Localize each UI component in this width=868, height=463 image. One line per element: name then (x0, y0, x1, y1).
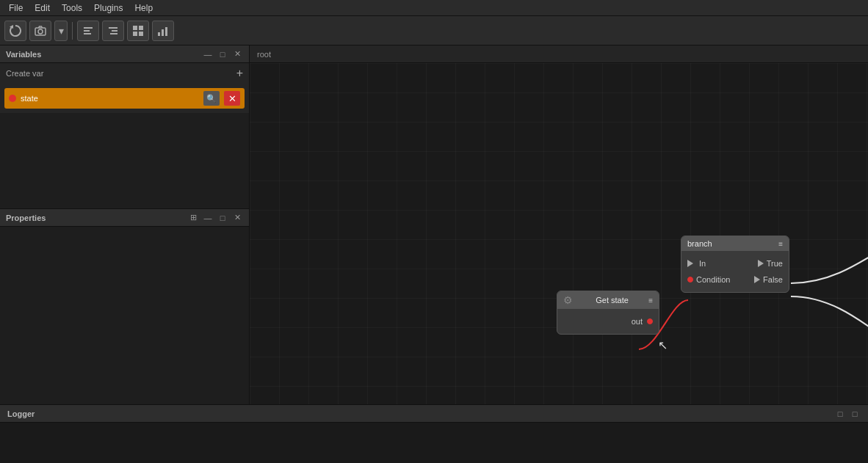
port-cond-dot[interactable] (687, 277, 693, 282)
toolbar-separator-1 (72, 22, 73, 40)
variables-close-btn[interactable]: ✕ (231, 48, 243, 60)
logger-panel: Logger □ □ (0, 404, 868, 463)
variables-section: Variables — □ ✕ Create var + state 🔍 ✕ (0, 45, 249, 209)
menu-help[interactable]: Help (129, 0, 159, 16)
properties-body (0, 227, 249, 404)
svg-rect-13 (158, 32, 160, 36)
svg-rect-15 (165, 27, 167, 36)
menu-tools[interactable]: Tools (56, 0, 88, 16)
menu-edit[interactable]: Edit (29, 0, 56, 16)
branch-true-port: True (758, 259, 783, 268)
svg-rect-10 (139, 26, 143, 30)
canvas-area: root ⚙ Get state ≡ (250, 45, 868, 404)
node-branch-body: In True Condition (681, 251, 789, 292)
node-get-state-out-row: out (557, 313, 659, 329)
logger-header: Logger □ □ (0, 405, 868, 423)
properties-title: Properties (6, 214, 46, 222)
svg-rect-5 (84, 33, 91, 34)
properties-header: Properties ⊞ — □ ✕ (0, 209, 249, 227)
node-get-state-title: Get state (596, 296, 629, 305)
cursor-indicator: ↖ (658, 338, 668, 352)
branch-in-port: In (687, 259, 706, 268)
toolbar-btn-chart[interactable] (152, 21, 174, 41)
toolbar-btn-dropdown[interactable]: ▾ (54, 21, 68, 41)
breadcrumb: root (250, 45, 868, 63)
properties-btn1[interactable]: ⊞ (187, 212, 199, 224)
logger-btn2[interactable]: □ (849, 408, 861, 420)
menu-file[interactable]: File (3, 0, 29, 16)
branch-cond-port: Condition (687, 275, 730, 284)
left-panel: Variables — □ ✕ Create var + state 🔍 ✕ (0, 45, 250, 404)
variables-title: Variables (6, 50, 41, 59)
create-var-button[interactable]: + (236, 68, 243, 79)
variable-item-state[interactable]: state 🔍 ✕ (4, 88, 245, 109)
svg-point-2 (38, 29, 43, 34)
branch-false-label: False (763, 275, 783, 284)
toolbar: ▾ (0, 16, 868, 45)
node-get-state[interactable]: ⚙ Get state ≡ out (557, 291, 659, 335)
svg-rect-12 (139, 32, 143, 36)
exec-in-icon (687, 260, 693, 267)
variables-header-actions: — □ ✕ (202, 48, 243, 60)
node-branch-menu-icon[interactable]: ≡ (778, 240, 783, 248)
main-area: Variables — □ ✕ Create var + state 🔍 ✕ (0, 45, 868, 404)
create-var-row: Create var + (0, 63, 249, 84)
variables-expand-btn[interactable]: □ (217, 48, 228, 60)
node-get-state-body: out (557, 309, 659, 334)
node-get-state-header: ⚙ Get state ≡ (557, 291, 659, 309)
variables-body (0, 113, 249, 208)
properties-section: Properties ⊞ — □ ✕ (0, 209, 249, 404)
create-var-label: Create var (6, 69, 43, 78)
node-get-state-icons: ≡ (648, 296, 653, 305)
variables-header: Variables — □ ✕ (0, 45, 249, 63)
canvas-viewport[interactable]: ⚙ Get state ≡ out branch (250, 63, 868, 404)
toolbar-btn-align1[interactable] (77, 21, 99, 41)
exec-true-icon (758, 260, 764, 267)
svg-rect-11 (133, 32, 137, 36)
var-dot-state (9, 95, 16, 102)
svg-rect-4 (84, 30, 90, 32)
gear-icon: ⚙ (563, 294, 573, 306)
properties-header-actions: ⊞ — □ ✕ (187, 212, 243, 224)
svg-rect-14 (162, 29, 164, 36)
node-branch-title: branch (687, 239, 712, 248)
menubar: File Edit Tools Plugins Help (0, 0, 868, 16)
properties-expand-btn[interactable]: □ (217, 212, 228, 224)
svg-rect-7 (112, 30, 117, 32)
variables-minimize-btn[interactable]: — (202, 48, 214, 60)
var-search-btn-state[interactable]: 🔍 (203, 91, 220, 106)
var-name-state: state (21, 94, 199, 103)
svg-rect-8 (110, 33, 117, 34)
svg-rect-6 (109, 27, 117, 29)
svg-rect-9 (133, 26, 137, 30)
branch-in-label: In (699, 259, 706, 268)
exec-false-icon (754, 276, 760, 283)
node-branch-icons: ≡ (778, 240, 783, 248)
connections-svg (250, 63, 868, 404)
logger-title: Logger (7, 409, 35, 418)
logger-header-actions: □ □ (834, 408, 861, 420)
branch-false-port: False (754, 275, 783, 284)
toolbar-btn-align2[interactable] (102, 21, 124, 41)
node-get-state-menu-icon[interactable]: ≡ (648, 296, 653, 305)
logger-body (0, 423, 868, 463)
branch-true-label: True (767, 259, 783, 268)
svg-rect-3 (84, 27, 93, 29)
branch-cond-label: Condition (696, 275, 730, 284)
toolbar-btn-rotate[interactable] (4, 21, 26, 41)
node-branch-header: branch ≡ (681, 236, 789, 251)
toolbar-btn-camera[interactable] (29, 21, 51, 41)
branch-in-row: In True (681, 255, 789, 271)
properties-close-btn[interactable]: ✕ (231, 212, 243, 224)
port-out-dot[interactable] (647, 318, 653, 324)
breadcrumb-text: root (257, 50, 271, 59)
menu-plugins[interactable]: Plugins (88, 0, 129, 16)
logger-btn1[interactable]: □ (834, 408, 846, 420)
properties-minimize-btn[interactable]: — (202, 212, 214, 224)
toolbar-btn-layout[interactable] (127, 21, 149, 41)
branch-cond-row: Condition False (681, 271, 789, 288)
node-get-state-out-label: out (632, 317, 643, 326)
node-branch[interactable]: branch ≡ In True (681, 236, 789, 293)
var-delete-btn-state[interactable]: ✕ (224, 91, 240, 106)
